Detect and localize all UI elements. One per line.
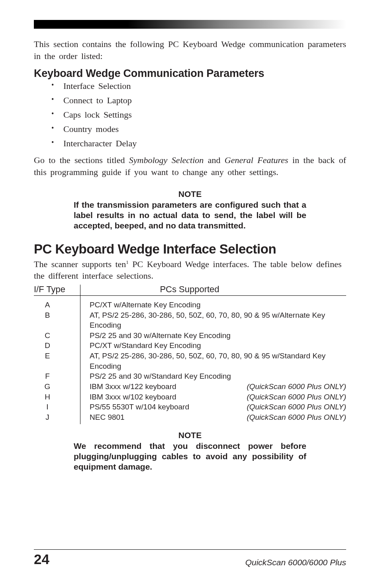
- page-number: 24: [34, 551, 49, 567]
- intro-paragraph: This section contains the following PC K…: [34, 38, 346, 62]
- cell-type: B: [34, 310, 81, 330]
- table-row: IPS/55 5530T w/104 keyboard(QuickScan 60…: [34, 402, 346, 412]
- sub-body-paragraph: The scanner supports ten1 PC Keyboard We…: [34, 258, 346, 282]
- list-item: Country modes: [63, 124, 346, 134]
- cell-desc: AT, PS/2 25-286, 30-286, 50, 50Z, 60, 70…: [90, 310, 338, 330]
- emphasis: Symbology Selection: [129, 155, 204, 165]
- table-header-supported: PCs Supported: [57, 284, 322, 295]
- cell-desc: IBM 3xxx w/102 keyboard: [90, 392, 239, 402]
- cell-desc: PC/XT w/Standard Key Encoding: [90, 340, 338, 351]
- guide-paragraph: Go to the sections titled Symbology Sele…: [34, 154, 346, 178]
- note-block-2: NOTE: [34, 431, 346, 440]
- cell-note: [338, 300, 346, 310]
- table-row: JNEC 9801(QuickScan 6000 Plus ONLY): [34, 412, 346, 423]
- cell-type: E: [34, 351, 81, 371]
- cell-desc: AT, PS/2 25-286, 30-286, 50, 50Z, 60, 70…: [90, 351, 338, 371]
- cell-type: F: [34, 371, 81, 382]
- note-body-1: If the transmission parameters are confi…: [74, 200, 306, 231]
- text-span: Go to the sections titled: [34, 155, 129, 165]
- cell-type: C: [34, 330, 81, 341]
- cell-note: (QuickScan 6000 Plus ONLY): [239, 412, 346, 423]
- list-item: Intercharacter Delay: [63, 138, 346, 149]
- emphasis: General Features: [225, 155, 288, 165]
- cell-desc: PC/XT w/Alternate Key Encoding: [90, 300, 338, 310]
- cell-desc: PS/55 5530T w/104 keyboard: [90, 402, 239, 412]
- table-row: EAT, PS/2 25-286, 30-286, 50, 50Z, 60, 7…: [34, 351, 346, 371]
- interface-table: I/F Type PCs Supported APC/XT w/Alternat…: [34, 284, 346, 423]
- note-title: NOTE: [178, 189, 202, 199]
- note-body-2: We recommend that you disconnect power b…: [74, 441, 306, 472]
- parameter-list: Interface Selection Connect to Laptop Ca…: [34, 81, 346, 149]
- text-span: and: [204, 155, 225, 165]
- cell-type: A: [34, 300, 81, 310]
- note-title: NOTE: [178, 431, 202, 440]
- section-heading: Keyboard Wedge Communication Parameters: [34, 67, 346, 80]
- cell-desc: PS/2 25 and 30 w/Alternate Key Encoding: [90, 330, 338, 341]
- table-row: HIBM 3xxx w/102 keyboard(QuickScan 6000 …: [34, 392, 346, 402]
- cell-type: I: [34, 402, 81, 412]
- cell-note: (QuickScan 6000 Plus ONLY): [239, 392, 346, 402]
- table-divider: [80, 285, 80, 424]
- table-row: GIBM 3xxx w/122 keyboard(QuickScan 6000 …: [34, 382, 346, 392]
- cell-desc: NEC 9801: [90, 412, 239, 423]
- cell-note: [338, 340, 346, 351]
- table-header: I/F Type PCs Supported: [34, 284, 346, 296]
- text-span: The scanner supports ten: [34, 259, 126, 269]
- table-row: APC/XT w/Alternate Key Encoding: [34, 300, 346, 310]
- model-label: QuickScan 6000/6000 Plus: [245, 558, 346, 567]
- header-gradient-bar: [34, 20, 346, 29]
- table-row: BAT, PS/2 25-286, 30-286, 50, 50Z, 60, 7…: [34, 310, 346, 330]
- table-row: DPC/XT w/Standard Key Encoding: [34, 340, 346, 351]
- cell-type: J: [34, 412, 81, 423]
- main-heading: PC Keyboard Wedge Interface Selection: [34, 242, 346, 257]
- cell-type: D: [34, 340, 81, 351]
- cell-note: (QuickScan 6000 Plus ONLY): [239, 402, 346, 412]
- page-footer: 24 QuickScan 6000/6000 Plus: [34, 549, 346, 567]
- list-item: Connect to Laptop: [63, 95, 346, 106]
- note-block-1: NOTE: [34, 189, 346, 199]
- table-row: FPS/2 25 and 30 w/Standard Key Encoding: [34, 371, 346, 382]
- table-body: APC/XT w/Alternate Key Encoding BAT, PS/…: [34, 296, 346, 423]
- cell-note: [338, 330, 346, 341]
- cell-note: [338, 310, 346, 330]
- cell-note: (QuickScan 6000 Plus ONLY): [239, 382, 346, 392]
- cell-note: [338, 371, 346, 382]
- list-item: Interface Selection: [63, 81, 346, 91]
- list-item: Caps lock Settings: [63, 110, 346, 120]
- table-row: CPS/2 25 and 30 w/Alternate Key Encoding: [34, 330, 346, 341]
- cell-type: G: [34, 382, 81, 392]
- cell-note: [338, 351, 346, 371]
- cell-desc: IBM 3xxx w/122 keyboard: [90, 382, 239, 392]
- cell-desc: PS/2 25 and 30 w/Standard Key Encoding: [90, 371, 338, 382]
- cell-type: H: [34, 392, 81, 402]
